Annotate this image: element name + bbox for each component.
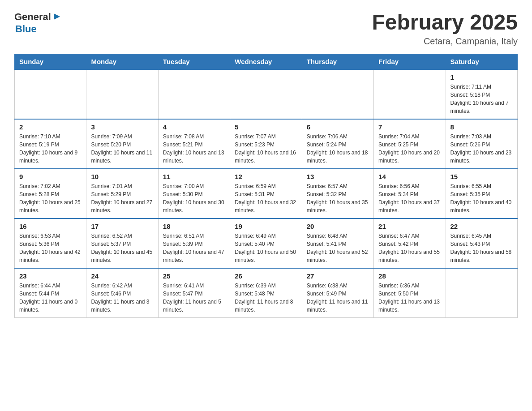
day-cell (374, 69, 446, 119)
logo-blue: Blue (15, 23, 62, 35)
logo: General Blue (14, 11, 62, 35)
header-row: SundayMondayTuesdayWednesdayThursdayFrid… (15, 54, 518, 69)
day-number: 13 (307, 173, 369, 180)
day-cell: 23Sunrise: 6:44 AM Sunset: 5:44 PM Dayli… (15, 268, 86, 318)
week-row-1: 1Sunrise: 7:11 AM Sunset: 5:18 PM Daylig… (15, 69, 518, 119)
day-cell: 12Sunrise: 6:59 AM Sunset: 5:31 PM Dayli… (230, 169, 302, 218)
day-number: 4 (163, 123, 225, 131)
day-info: Sunrise: 6:59 AM Sunset: 5:31 PM Dayligh… (235, 182, 297, 214)
day-number: 7 (378, 123, 441, 131)
day-info: Sunrise: 6:36 AM Sunset: 5:50 PM Dayligh… (378, 282, 441, 314)
day-info: Sunrise: 6:39 AM Sunset: 5:48 PM Dayligh… (235, 282, 297, 314)
day-info: Sunrise: 7:03 AM Sunset: 5:26 PM Dayligh… (450, 133, 513, 165)
day-info: Sunrise: 7:09 AM Sunset: 5:20 PM Dayligh… (91, 133, 153, 165)
day-info: Sunrise: 6:56 AM Sunset: 5:34 PM Dayligh… (378, 182, 441, 214)
day-cell (15, 69, 86, 119)
day-info: Sunrise: 6:41 AM Sunset: 5:47 PM Dayligh… (163, 282, 225, 314)
day-cell (230, 69, 302, 119)
day-info: Sunrise: 6:42 AM Sunset: 5:46 PM Dayligh… (91, 282, 153, 314)
svg-marker-0 (54, 13, 60, 20)
day-info: Sunrise: 6:45 AM Sunset: 5:43 PM Dayligh… (450, 232, 513, 264)
day-cell (86, 69, 158, 119)
day-cell: 7Sunrise: 7:04 AM Sunset: 5:25 PM Daylig… (374, 119, 446, 169)
day-info: Sunrise: 6:53 AM Sunset: 5:36 PM Dayligh… (19, 232, 82, 264)
day-info: Sunrise: 7:11 AM Sunset: 5:18 PM Dayligh… (450, 83, 513, 115)
day-cell: 16Sunrise: 6:53 AM Sunset: 5:36 PM Dayli… (15, 218, 86, 268)
day-number: 5 (235, 123, 297, 131)
day-cell: 25Sunrise: 6:41 AM Sunset: 5:47 PM Dayli… (158, 268, 230, 318)
day-cell: 10Sunrise: 7:01 AM Sunset: 5:29 PM Dayli… (86, 169, 158, 218)
day-cell: 20Sunrise: 6:48 AM Sunset: 5:41 PM Dayli… (302, 218, 373, 268)
day-number: 14 (378, 173, 441, 180)
day-cell: 14Sunrise: 6:56 AM Sunset: 5:34 PM Dayli… (374, 169, 446, 218)
day-cell: 27Sunrise: 6:38 AM Sunset: 5:49 PM Dayli… (302, 268, 373, 318)
week-row-3: 9Sunrise: 7:02 AM Sunset: 5:28 PM Daylig… (15, 169, 518, 218)
day-info: Sunrise: 6:51 AM Sunset: 5:39 PM Dayligh… (163, 232, 225, 264)
header-sunday: Sunday (15, 54, 86, 69)
day-cell: 15Sunrise: 6:55 AM Sunset: 5:35 PM Dayli… (446, 169, 517, 218)
day-number: 1 (450, 73, 513, 81)
title-section: February 2025 Cetara, Campania, Italy (372, 11, 518, 47)
day-cell: 19Sunrise: 6:49 AM Sunset: 5:40 PM Dayli… (230, 218, 302, 268)
day-info: Sunrise: 7:06 AM Sunset: 5:24 PM Dayligh… (307, 133, 369, 165)
day-cell: 6Sunrise: 7:06 AM Sunset: 5:24 PM Daylig… (302, 119, 373, 169)
day-number: 28 (378, 272, 441, 280)
day-cell: 2Sunrise: 7:10 AM Sunset: 5:19 PM Daylig… (15, 119, 86, 169)
header-friday: Friday (374, 54, 446, 69)
day-number: 9 (19, 173, 82, 180)
header-monday: Monday (86, 54, 158, 69)
day-number: 20 (307, 223, 369, 230)
day-number: 15 (450, 173, 513, 180)
day-number: 26 (235, 272, 297, 280)
day-number: 23 (19, 272, 82, 280)
week-row-2: 2Sunrise: 7:10 AM Sunset: 5:19 PM Daylig… (15, 119, 518, 169)
day-number: 6 (307, 123, 369, 131)
day-cell: 28Sunrise: 6:36 AM Sunset: 5:50 PM Dayli… (374, 268, 446, 318)
week-row-4: 16Sunrise: 6:53 AM Sunset: 5:36 PM Dayli… (15, 218, 518, 268)
day-number: 17 (91, 223, 153, 230)
day-number: 25 (163, 272, 225, 280)
header-tuesday: Tuesday (158, 54, 230, 69)
day-info: Sunrise: 6:48 AM Sunset: 5:41 PM Dayligh… (307, 232, 369, 264)
location-subtitle: Cetara, Campania, Italy (372, 36, 518, 47)
day-cell: 17Sunrise: 6:52 AM Sunset: 5:37 PM Dayli… (86, 218, 158, 268)
day-number: 3 (91, 123, 153, 131)
day-cell: 18Sunrise: 6:51 AM Sunset: 5:39 PM Dayli… (158, 218, 230, 268)
header: General Blue February 2025 Cetara, Campa… (14, 11, 518, 47)
day-cell: 8Sunrise: 7:03 AM Sunset: 5:26 PM Daylig… (446, 119, 517, 169)
day-cell: 4Sunrise: 7:08 AM Sunset: 5:21 PM Daylig… (158, 119, 230, 169)
day-cell: 3Sunrise: 7:09 AM Sunset: 5:20 PM Daylig… (86, 119, 158, 169)
day-cell: 13Sunrise: 6:57 AM Sunset: 5:32 PM Dayli… (302, 169, 373, 218)
day-number: 19 (235, 223, 297, 230)
logo-general: General (14, 11, 51, 23)
day-number: 2 (19, 123, 82, 131)
day-cell (158, 69, 230, 119)
calendar-table: SundayMondayTuesdayWednesdayThursdayFrid… (14, 54, 518, 318)
day-cell (302, 69, 373, 119)
day-info: Sunrise: 7:00 AM Sunset: 5:30 PM Dayligh… (163, 182, 225, 214)
header-saturday: Saturday (446, 54, 517, 69)
day-info: Sunrise: 6:44 AM Sunset: 5:44 PM Dayligh… (19, 282, 82, 314)
day-cell: 21Sunrise: 6:47 AM Sunset: 5:42 PM Dayli… (374, 218, 446, 268)
day-info: Sunrise: 6:57 AM Sunset: 5:32 PM Dayligh… (307, 182, 369, 214)
day-number: 21 (378, 223, 441, 230)
day-number: 24 (91, 272, 153, 280)
logo-arrow-icon (52, 12, 62, 21)
day-number: 16 (19, 223, 82, 230)
header-thursday: Thursday (302, 54, 373, 69)
day-cell (446, 268, 517, 318)
header-wednesday: Wednesday (230, 54, 302, 69)
day-cell: 5Sunrise: 7:07 AM Sunset: 5:23 PM Daylig… (230, 119, 302, 169)
day-number: 27 (307, 272, 369, 280)
day-info: Sunrise: 7:02 AM Sunset: 5:28 PM Dayligh… (19, 182, 82, 214)
day-number: 8 (450, 123, 513, 131)
day-cell: 22Sunrise: 6:45 AM Sunset: 5:43 PM Dayli… (446, 218, 517, 268)
day-cell: 24Sunrise: 6:42 AM Sunset: 5:46 PM Dayli… (86, 268, 158, 318)
day-info: Sunrise: 7:04 AM Sunset: 5:25 PM Dayligh… (378, 133, 441, 165)
day-number: 11 (163, 173, 225, 180)
day-info: Sunrise: 7:08 AM Sunset: 5:21 PM Dayligh… (163, 133, 225, 165)
month-title: February 2025 (372, 11, 518, 34)
day-info: Sunrise: 6:55 AM Sunset: 5:35 PM Dayligh… (450, 182, 513, 214)
day-info: Sunrise: 6:38 AM Sunset: 5:49 PM Dayligh… (307, 282, 369, 314)
day-number: 18 (163, 223, 225, 230)
